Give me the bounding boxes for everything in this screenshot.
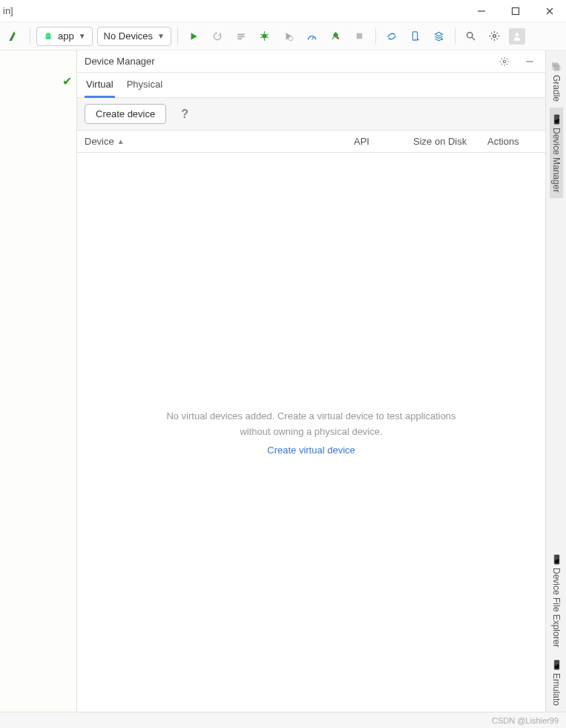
- device-selector-label: No Devices: [104, 30, 153, 42]
- rail-emulator[interactable]: 📱 Emulato: [550, 653, 563, 712]
- svg-line-14: [267, 37, 269, 38]
- device-table-empty: No virtual devices added. Create a virtu…: [77, 153, 545, 712]
- debug-icon[interactable]: [255, 27, 274, 46]
- title-suffix: in]: [3, 5, 13, 16]
- panel-settings-gear-icon[interactable]: [495, 52, 514, 71]
- coverage-icon[interactable]: [279, 27, 298, 46]
- sync-project-icon[interactable]: [4, 27, 24, 46]
- column-api[interactable]: API: [354, 136, 413, 147]
- panel-header: Device Manager: [77, 50, 545, 73]
- column-device-label: Device: [85, 136, 114, 147]
- svg-line-11: [261, 34, 263, 35]
- status-bar: CSDN @Lishier99: [0, 712, 566, 728]
- column-device[interactable]: Device ▲: [85, 136, 354, 147]
- sync-gradle-icon[interactable]: [382, 27, 401, 46]
- search-icon[interactable]: [461, 27, 481, 46]
- minimize-button[interactable]: [471, 1, 492, 22]
- phone-icon: 📱: [551, 659, 562, 670]
- svg-point-17: [334, 33, 338, 37]
- separator: [177, 28, 178, 45]
- svg-rect-7: [237, 38, 242, 39]
- phone-icon: 📱: [551, 114, 562, 125]
- main-toolbar: app ▼ No Devices ▼: [0, 22, 566, 50]
- svg-point-25: [503, 60, 506, 63]
- chevron-down-icon: ▼: [79, 32, 86, 40]
- create-device-button[interactable]: Create device: [85, 104, 166, 124]
- sort-ascending-icon: ▲: [117, 137, 125, 145]
- panel-action-bar: Create device ?: [77, 98, 545, 131]
- svg-rect-4: [46, 36, 51, 39]
- help-icon[interactable]: ?: [181, 108, 188, 121]
- rail-gradle[interactable]: 🐘 Gradle: [550, 55, 563, 108]
- gradle-icon: 🐘: [551, 61, 562, 72]
- stop-icon[interactable]: [350, 27, 369, 46]
- svg-point-24: [516, 33, 519, 36]
- hide-panel-icon[interactable]: [520, 52, 539, 71]
- chevron-down-icon: ▼: [157, 32, 165, 40]
- svg-rect-6: [237, 36, 244, 37]
- panel-tabs: Virtual Physical: [77, 73, 545, 98]
- separator: [375, 28, 376, 45]
- svg-point-21: [467, 33, 473, 39]
- rail-gradle-label: Gradle: [551, 75, 562, 102]
- rail-device-file-explorer-label: Device File Explorer: [551, 568, 562, 647]
- run-config-selector[interactable]: app ▼: [36, 27, 93, 46]
- apply-code-changes-icon[interactable]: [231, 27, 251, 46]
- column-size[interactable]: Size on Disk: [413, 136, 487, 147]
- titlebar: in]: [0, 0, 566, 22]
- svg-rect-18: [357, 33, 363, 39]
- svg-point-15: [289, 36, 293, 41]
- close-button[interactable]: [539, 1, 560, 22]
- right-tool-rail: 🐘 Gradle 📱 Device Manager 📱 Device File …: [545, 50, 566, 712]
- svg-point-8: [263, 33, 267, 38]
- rail-device-file-explorer[interactable]: 📱 Device File Explorer: [550, 548, 563, 653]
- separator: [30, 28, 30, 45]
- settings-gear-icon[interactable]: [485, 27, 504, 46]
- app-inspection-icon[interactable]: [326, 27, 346, 46]
- svg-point-23: [493, 35, 496, 38]
- tab-physical[interactable]: Physical: [125, 74, 164, 98]
- panel-title: Device Manager: [85, 56, 155, 67]
- device-selector[interactable]: No Devices ▼: [97, 27, 171, 46]
- maximize-button[interactable]: [505, 1, 526, 22]
- tab-virtual[interactable]: Virtual: [85, 74, 115, 98]
- device-table-header: Device ▲ API Size on Disk Actions: [77, 131, 545, 153]
- svg-rect-1: [513, 7, 519, 14]
- run-config-label: app: [58, 30, 74, 42]
- run-icon[interactable]: [184, 27, 203, 46]
- create-virtual-device-link[interactable]: Create virtual device: [267, 445, 355, 456]
- watermark-text: CSDN @Lishier99: [492, 716, 559, 725]
- svg-line-12: [267, 34, 269, 35]
- phone-icon: 📱: [551, 554, 562, 565]
- android-icon: [43, 31, 53, 42]
- rail-device-manager[interactable]: 📱 Device Manager: [550, 108, 563, 198]
- editor-gutter: ✔: [0, 50, 76, 712]
- sdk-manager-icon[interactable]: [430, 27, 449, 46]
- profiler-icon[interactable]: [303, 27, 322, 46]
- rail-device-manager-label: Device Manager: [551, 128, 562, 192]
- device-manager-panel: Device Manager Virtual Physical Create d…: [76, 50, 545, 712]
- svg-line-13: [261, 37, 263, 38]
- rail-emulator-label: Emulato: [551, 673, 562, 706]
- avd-manager-icon[interactable]: [406, 27, 425, 46]
- svg-rect-5: [237, 33, 244, 35]
- account-avatar-icon[interactable]: [509, 28, 525, 45]
- svg-line-16: [312, 37, 315, 40]
- separator: [455, 28, 455, 45]
- check-icon: ✔: [62, 74, 72, 88]
- svg-line-22: [473, 37, 475, 40]
- svg-point-20: [415, 39, 415, 39]
- apply-changes-icon[interactable]: [208, 27, 227, 46]
- main-area: ✔ Device Manager Virtual Physical Create…: [0, 50, 566, 712]
- column-actions[interactable]: Actions: [487, 136, 538, 147]
- empty-message: No virtual devices added. Create a virtu…: [156, 409, 467, 440]
